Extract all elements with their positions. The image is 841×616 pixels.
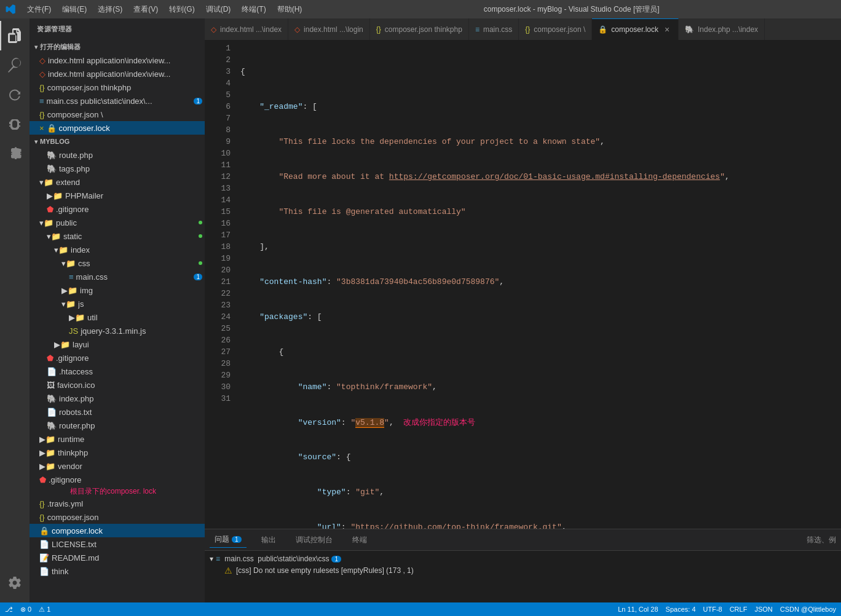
problem-file-main-css[interactable]: ▾ ≡ main.css public\static\index\css 1 bbox=[210, 553, 836, 564]
menu-debug[interactable]: 调试(D) bbox=[201, 3, 236, 16]
status-encoding[interactable]: UTF-8 bbox=[703, 606, 722, 613]
opened-editors-header[interactable]: ▾ 打开的编辑器 bbox=[30, 40, 205, 53]
php-icon: 🐘 bbox=[47, 164, 57, 173]
tree-phpmailer-folder[interactable]: ▶ 📁 PHPMailer bbox=[30, 189, 205, 202]
tree-tags-php[interactable]: 🐘 tags.php bbox=[30, 162, 205, 175]
tab-label: 输出 bbox=[261, 535, 276, 545]
activity-search[interactable] bbox=[0, 50, 30, 80]
menu-terminal[interactable]: 终端(T) bbox=[237, 3, 270, 16]
panel-tab-debug-console[interactable]: 调试控制台 bbox=[291, 532, 338, 548]
menu-select[interactable]: 选择(S) bbox=[93, 3, 127, 16]
tree-gitignore-public[interactable]: ⬟ .gitignore bbox=[30, 351, 205, 365]
folder-icon: 📁 bbox=[75, 313, 85, 322]
folder-icon: 📁 bbox=[66, 299, 76, 309]
tree-htaccess[interactable]: 📄 .htaccess bbox=[30, 365, 205, 378]
status-spaces[interactable]: Spaces: 4 bbox=[666, 606, 696, 613]
open-file-main-css[interactable]: ≡ main.css public\static\index\... 1 bbox=[30, 94, 205, 108]
tab-main-css[interactable]: ≡ main.css bbox=[469, 18, 519, 40]
status-position[interactable]: Ln 11, Col 28 bbox=[618, 606, 658, 613]
menu-edit[interactable]: 编辑(E) bbox=[57, 3, 92, 16]
content-area: ◇ index.html ...\index ◇ index.html ...\… bbox=[205, 18, 841, 602]
activity-git[interactable] bbox=[0, 80, 30, 109]
status-language[interactable]: JSON bbox=[754, 606, 772, 613]
tab-composer-lock[interactable]: 🔒 composer.lock × bbox=[592, 18, 679, 40]
tree-favicon[interactable]: 🖼 favicon.ico bbox=[30, 378, 205, 392]
file-name: index.html application\index\view... bbox=[48, 56, 205, 65]
folder-arrow: ▶ bbox=[54, 340, 60, 349]
tab-close-button[interactable]: × bbox=[662, 25, 672, 34]
open-file-composer-json-thinkphp[interactable]: {} composer.json thinkphp bbox=[30, 81, 205, 94]
panel-tab-terminal[interactable]: 终端 bbox=[347, 532, 372, 548]
tree-license-txt[interactable]: 📄 LICENSE.txt bbox=[30, 537, 205, 551]
myblog-label: MYBLOG bbox=[40, 138, 69, 145]
tree-index-php[interactable]: 🐘 index.php bbox=[30, 392, 205, 405]
code-content[interactable]: { "_readme": [ "This file locks the depe… bbox=[235, 40, 841, 529]
tree-think[interactable]: 📄 think bbox=[30, 564, 205, 578]
status-git[interactable]: ⎇ bbox=[5, 606, 13, 614]
tree-route-php[interactable]: 🐘 route.php bbox=[30, 148, 205, 162]
problem-item-1[interactable]: ⚠ [css] Do not use empty rulesets [empty… bbox=[210, 564, 836, 577]
activity-files[interactable] bbox=[0, 21, 30, 50]
tree-main-css[interactable]: ≡ main.css 1 bbox=[30, 270, 205, 283]
tab-index-php[interactable]: 🐘 Index.php ...\index bbox=[679, 18, 765, 40]
status-line-ending[interactable]: CRLF bbox=[730, 606, 748, 613]
js-icon: JS bbox=[69, 326, 78, 336]
tree-public-folder[interactable]: ▾ 📁 public bbox=[30, 216, 205, 229]
tree-layui-folder[interactable]: ▶ 📁 layui bbox=[30, 338, 205, 351]
open-file-composer-json[interactable]: {} composer.json \ bbox=[30, 108, 205, 121]
tab-composer-json-root[interactable]: {} composer.json \ bbox=[519, 18, 592, 40]
open-file-index-html-2[interactable]: ◇ index.html application\index\view... bbox=[30, 67, 205, 81]
tree-router-php[interactable]: 🐘 router.php bbox=[30, 419, 205, 432]
json-tab-icon: {} bbox=[525, 25, 530, 34]
tree-index-folder[interactable]: ▾ 📁 index bbox=[30, 243, 205, 256]
tree-robots-txt[interactable]: 📄 robots.txt bbox=[30, 405, 205, 419]
tree-gitignore-root[interactable]: ⬟ .gitignore bbox=[30, 473, 205, 486]
menu-bar[interactable]: 文件(F) 编辑(E) 选择(S) 查看(V) 转到(G) 调试(D) 终端(T… bbox=[22, 3, 307, 16]
tree-js-folder[interactable]: ▾ 📁 js bbox=[30, 297, 205, 310]
tree-thinkphp-folder[interactable]: ▶ 📁 thinkphp bbox=[30, 446, 205, 459]
tree-travis-yml[interactable]: {} .travis.yml bbox=[30, 497, 205, 510]
panel-tab-output[interactable]: 输出 bbox=[256, 532, 281, 548]
file-name: index.html application\index\view... bbox=[48, 69, 205, 79]
status-warnings[interactable]: ⚠ 1 bbox=[39, 606, 50, 614]
folder-icon: 📁 bbox=[44, 218, 53, 227]
file-name: main.css public\static\index\... bbox=[47, 97, 194, 106]
tree-util-folder[interactable]: ▶ 📁 util bbox=[30, 310, 205, 324]
open-file-index-html-1[interactable]: ◇ index.html application\index\view... bbox=[30, 53, 205, 67]
tree-extend-folder[interactable]: ▾ 📁 extend bbox=[30, 175, 205, 189]
tree-composer-json-root[interactable]: {} composer.json bbox=[30, 510, 205, 524]
tree-img-folder[interactable]: ▶ 📁 img bbox=[30, 283, 205, 297]
status-errors[interactable]: ⊗ 0 bbox=[20, 606, 31, 614]
tab-index-html-login[interactable]: ◇ index.html ...\login bbox=[288, 18, 370, 40]
folder-name: css bbox=[78, 259, 199, 268]
activity-debug[interactable] bbox=[0, 109, 30, 139]
editor[interactable]: 12345 678910 1112131415 1617181920 21222… bbox=[205, 40, 841, 529]
sidebar-content[interactable]: ▾ 打开的编辑器 ◇ index.html application\index\… bbox=[30, 40, 205, 602]
menu-file[interactable]: 文件(F) bbox=[22, 3, 56, 16]
php-icon: 🐘 bbox=[47, 394, 57, 403]
tree-composer-lock-root[interactable]: 🔒 composer.lock bbox=[30, 524, 205, 537]
folder-icon: 📁 bbox=[58, 245, 68, 255]
folder-icon: 📁 bbox=[66, 259, 76, 268]
menu-view[interactable]: 查看(V) bbox=[128, 3, 163, 16]
myblog-header[interactable]: ▾ MYBLOG bbox=[30, 135, 205, 148]
tree-gitignore-extend[interactable]: ⬟ .gitignore bbox=[30, 202, 205, 216]
php-icon: 🐘 bbox=[47, 151, 57, 160]
tree-jquery-js[interactable]: JS jquery-3.3.1.min.js bbox=[30, 324, 205, 338]
file-name: composer.lock bbox=[59, 124, 205, 133]
menu-help[interactable]: 帮助(H) bbox=[272, 3, 307, 16]
folder-name: js bbox=[78, 299, 205, 309]
activity-settings[interactable] bbox=[0, 568, 30, 598]
tab-index-html-index[interactable]: ◇ index.html ...\index bbox=[205, 18, 288, 40]
tree-runtime-folder[interactable]: ▶ 📁 runtime bbox=[30, 432, 205, 446]
open-file-composer-lock[interactable]: × 🔒 composer.lock bbox=[30, 121, 205, 135]
tree-css-folder[interactable]: ▾ 📁 css bbox=[30, 256, 205, 270]
panel-tab-problems[interactable]: 问题 1 bbox=[210, 532, 247, 548]
tree-vendor-folder[interactable]: ▶ 📁 vendor bbox=[30, 459, 205, 473]
activity-extensions[interactable] bbox=[0, 139, 30, 168]
tree-static-folder[interactable]: ▾ 📁 static bbox=[30, 229, 205, 243]
tree-readme-md[interactable]: 📝 README.md bbox=[30, 551, 205, 564]
menu-goto[interactable]: 转到(G) bbox=[164, 3, 199, 16]
lock-tab-icon: 🔒 bbox=[598, 25, 607, 34]
tab-composer-json-thinkphp[interactable]: {} composer.json thinkphp bbox=[370, 18, 469, 40]
